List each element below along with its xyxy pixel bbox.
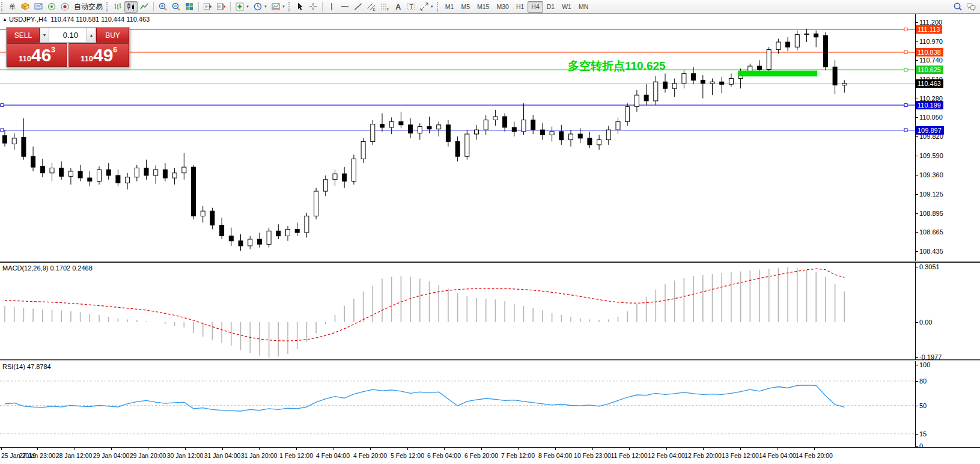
toolbar-separator xyxy=(198,2,199,11)
axis-divider xyxy=(915,263,916,359)
toolbar-separator xyxy=(322,2,323,11)
sell-price-sup: 3 xyxy=(51,46,55,54)
auto-scroll-icon[interactable] xyxy=(201,1,215,13)
macd-tick: 0.3051 xyxy=(919,263,940,270)
auto-trading-icon[interactable] xyxy=(58,1,72,13)
line-chart-icon[interactable] xyxy=(138,1,151,13)
svg-text:A: A xyxy=(395,2,401,11)
bar-chart-icon[interactable] xyxy=(111,1,124,13)
time-tick: 30 Jan 12:00 xyxy=(167,452,204,459)
toolbar-grip[interactable] xyxy=(288,2,291,11)
sell-button[interactable]: SELL xyxy=(7,28,40,43)
indicators-icon[interactable]: ▼ xyxy=(233,1,251,13)
time-tick: 6 Feb 20:00 xyxy=(464,452,498,459)
strategy-tester-icon[interactable] xyxy=(45,1,58,13)
templates-icon[interactable]: ▼ xyxy=(269,1,287,13)
time-tick: 1 Feb 12:00 xyxy=(279,452,313,459)
rsi-label: RSI(14) 47.8784 xyxy=(2,363,51,370)
hline-icon[interactable] xyxy=(338,1,352,13)
rsi-tick: 15 xyxy=(919,430,927,438)
time-tick: 4 Feb 04:00 xyxy=(316,452,350,459)
search-icon[interactable] xyxy=(951,1,964,13)
price-line-tag: 110.463 xyxy=(916,79,943,88)
time-tick: 12 Feb 20:00 xyxy=(684,452,722,459)
timeframe-button-m5[interactable]: M5 xyxy=(457,1,473,13)
time-tick: 29 Jan 20:00 xyxy=(130,452,166,459)
price-tick: 109.125 xyxy=(919,191,943,198)
volume-decrease-button[interactable]: ▼ xyxy=(40,28,49,43)
rsi-chart[interactable] xyxy=(0,361,915,447)
buy-price-button[interactable]: 110 49 6 xyxy=(68,43,129,67)
chart-shift-icon[interactable] xyxy=(215,1,228,13)
toolbar-separator xyxy=(230,2,231,11)
price-tick: 110.050 xyxy=(919,114,943,121)
sell-price-big: 46 xyxy=(31,46,51,64)
shapes-icon[interactable]: ▼ xyxy=(418,1,436,13)
price-chart[interactable] xyxy=(0,14,915,261)
volume-increase-button[interactable]: ▲ xyxy=(87,28,96,43)
svg-text:T: T xyxy=(409,4,413,10)
timeframe-button-m1[interactable]: M1 xyxy=(442,1,458,13)
time-tick: 10 Feb 23:00 xyxy=(574,452,611,459)
timeframe-button-m15[interactable]: M15 xyxy=(473,1,493,13)
price-line-tag: 109.897 xyxy=(916,126,944,135)
timeframe-button-m30[interactable]: M30 xyxy=(493,1,512,13)
svg-text:E: E xyxy=(373,8,375,11)
macd-chart[interactable] xyxy=(0,263,915,359)
macd-tick: 0.00 xyxy=(919,319,932,326)
time-tick: 4 Feb 20:00 xyxy=(353,452,387,459)
time-tick: 8 Feb 04:00 xyxy=(538,452,572,459)
macd-pane: MACD(12,26,9) 0.1702 0.2468 0.30510.00-0… xyxy=(0,263,980,359)
symbol-title: USDJPY-,H4 xyxy=(9,16,47,23)
price-line-tag: 110.625 xyxy=(916,66,943,74)
timeframe-button-mn[interactable]: MN xyxy=(575,1,592,13)
rsi-tick: 0 xyxy=(919,442,923,447)
order-label[interactable]: 单 xyxy=(6,1,19,13)
toolbar-separator xyxy=(153,2,154,11)
time-tick: 6 Feb 04:00 xyxy=(427,452,461,459)
price-tick: 108.665 xyxy=(919,228,943,236)
terminal-icon[interactable] xyxy=(32,1,45,13)
vline-icon[interactable] xyxy=(325,1,338,13)
price-tick: 108.435 xyxy=(919,248,943,255)
chevron-down-icon: ▼ xyxy=(282,5,285,8)
toolbar-grip[interactable] xyxy=(1,2,4,11)
fibonacci-icon[interactable]: F xyxy=(378,1,391,13)
time-tick: 11 Feb 12:00 xyxy=(610,452,647,459)
macd-tick: -0.1977 xyxy=(919,353,942,359)
zoom-in-icon[interactable] xyxy=(156,1,169,13)
time-tick: 29 Jan 04:00 xyxy=(93,452,130,459)
volume-input[interactable]: 0.10 xyxy=(49,28,87,43)
annotation-text[interactable]: 多空转折点110.625 xyxy=(568,58,666,74)
timeframe-button-d1[interactable]: D1 xyxy=(543,1,558,13)
buy-button[interactable]: BUY xyxy=(96,28,129,43)
equidistant-channel-icon[interactable]: E xyxy=(365,1,378,13)
time-tick: 31 Jan 20:00 xyxy=(241,452,278,459)
timeframe-button-h4[interactable]: H4 xyxy=(528,1,543,13)
label-icon[interactable]: T xyxy=(404,1,418,13)
price-tick: 110.970 xyxy=(919,38,943,45)
auto-trading-label[interactable]: 自动交易 xyxy=(72,1,105,13)
price-tick: 109.590 xyxy=(919,152,943,159)
toolbar-grip[interactable] xyxy=(437,2,439,11)
cursor-icon[interactable] xyxy=(293,1,306,13)
price-line-tag: 110.838 xyxy=(916,48,943,56)
collapse-icon[interactable]: ▲ xyxy=(2,17,7,22)
periods-icon[interactable]: ▼ xyxy=(251,1,269,13)
timeframe-button-h1[interactable]: H1 xyxy=(513,1,528,13)
tile-windows-icon[interactable] xyxy=(183,1,196,13)
new-order-icon[interactable] xyxy=(19,1,32,13)
candlestick-chart-icon[interactable] xyxy=(124,1,138,13)
trendline-icon[interactable] xyxy=(352,1,365,13)
chat-icon[interactable] xyxy=(964,1,978,13)
timeframe-button-w1[interactable]: W1 xyxy=(558,1,575,13)
toolbar-grip[interactable] xyxy=(106,2,109,11)
crosshair-icon[interactable] xyxy=(306,1,320,13)
zoom-out-icon[interactable] xyxy=(169,1,183,13)
text-icon[interactable]: A xyxy=(391,1,404,13)
rsi-tick: 80 xyxy=(919,377,927,385)
time-axis[interactable]: 25 Jan 201927 Jan 23:0028 Jan 12:0029 Ja… xyxy=(0,448,980,464)
sell-price-button[interactable]: 110 46 3 xyxy=(7,43,67,67)
sell-price-prefix: 110 xyxy=(19,54,31,63)
rsi-pane: RSI(14) 47.8784 1008050150 xyxy=(0,361,980,447)
